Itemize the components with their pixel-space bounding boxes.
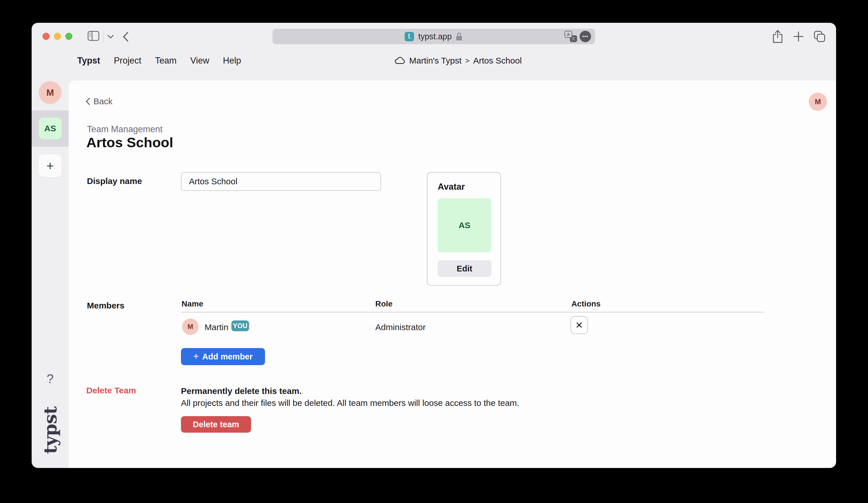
tab-overview-icon[interactable] <box>814 31 826 42</box>
app-menubar: Typst Project Team View Help Martin's Ty… <box>32 50 836 81</box>
new-tab-icon[interactable] <box>793 31 804 42</box>
menu-team[interactable]: Team <box>155 55 177 66</box>
browser-back-button[interactable] <box>123 32 128 42</box>
breadcrumb: Martin's Typst > Artos School <box>395 50 522 72</box>
delete-team-label: Delete Team <box>86 386 136 395</box>
column-header-name: Name <box>182 299 203 308</box>
member-role: Administrator <box>375 322 426 332</box>
cloud-icon <box>395 57 405 64</box>
column-header-actions: Actions <box>571 299 601 308</box>
close-window-button[interactable] <box>42 33 50 40</box>
typst-logo-wrap: typst <box>32 406 69 454</box>
avatar-card-title: Avatar <box>438 182 465 192</box>
chevron-down-icon[interactable] <box>107 35 114 39</box>
sidebar-add-team-button[interactable]: + <box>39 154 62 177</box>
help-icon[interactable]: ? <box>32 372 69 386</box>
lock-icon <box>455 32 463 41</box>
breadcrumb-separator: > <box>465 56 469 65</box>
delete-team-button[interactable]: Delete team <box>181 416 251 433</box>
table-divider <box>181 312 764 313</box>
add-member-label: Add member <box>202 352 253 361</box>
translate-icon-primary: A <box>565 31 572 38</box>
translate-icon[interactable]: 文 A <box>565 31 577 42</box>
share-icon[interactable] <box>772 30 783 43</box>
minimize-window-button[interactable] <box>54 33 61 40</box>
back-chevron-icon <box>86 98 90 105</box>
delete-warning-title: Permanently delete this team. <box>181 385 519 397</box>
traffic-lights <box>42 23 72 50</box>
menu-help[interactable]: Help <box>223 55 241 66</box>
page-title: Artos School <box>86 134 173 150</box>
display-name-input[interactable] <box>181 172 381 191</box>
app-body: M AS + ? typst Back M Team Management Ar… <box>32 81 836 468</box>
team-avatar-preview: AS <box>438 198 491 252</box>
site-favicon: t <box>405 32 414 41</box>
browser-window: t typst.app 文 A ••• <box>32 23 836 468</box>
menu-project[interactable]: Project <box>114 55 141 66</box>
remove-member-button[interactable]: ✕ <box>570 316 588 334</box>
member-name: Martin <box>205 322 228 332</box>
sidebar-toggle-icon[interactable] <box>87 31 100 41</box>
edit-avatar-button[interactable]: Edit <box>438 260 491 277</box>
sidebar-team-avatar[interactable]: AS <box>39 118 62 139</box>
members-label: Members <box>87 301 125 311</box>
column-header-role: Role <box>375 299 393 308</box>
address-bar[interactable]: t typst.app 文 A ••• <box>272 29 595 44</box>
breadcrumb-page: Artos School <box>473 56 522 65</box>
app-menus: Typst Project Team View Help <box>77 50 241 72</box>
menu-typst[interactable]: Typst <box>77 55 100 66</box>
menu-view[interactable]: View <box>190 55 209 66</box>
add-member-button[interactable]: + Add member <box>181 348 265 365</box>
plus-icon: + <box>193 351 199 362</box>
back-link[interactable]: Back <box>86 96 113 106</box>
back-link-label: Back <box>93 96 113 106</box>
main-content: Back M Team Management Artos School Disp… <box>69 81 836 468</box>
typst-logo: typst <box>40 407 61 454</box>
zoom-window-button[interactable] <box>65 33 72 40</box>
delete-team-warning: Permanently delete this team. All projec… <box>181 385 519 409</box>
titlebar-right-actions <box>772 23 826 50</box>
member-avatar: M <box>182 318 199 335</box>
sidebar-user-avatar[interactable]: M <box>39 81 62 104</box>
account-avatar[interactable]: M <box>809 93 827 111</box>
breadcrumb-team[interactable]: Martin's Typst <box>409 56 462 65</box>
close-icon: ✕ <box>575 320 583 331</box>
section-label: Team Management <box>87 124 163 134</box>
address-bar-trailing-icons: 文 A ••• <box>565 29 591 44</box>
toolbar-divider <box>103 31 104 42</box>
url-host-text: typst.app <box>418 32 452 41</box>
browser-titlebar: t typst.app 文 A ••• <box>32 23 836 50</box>
display-name-label: Display name <box>87 176 142 186</box>
more-options-icon[interactable]: ••• <box>580 31 591 42</box>
workspace-sidebar: M AS + ? typst <box>32 81 69 468</box>
delete-warning-body: All projects and their files will be del… <box>181 397 519 409</box>
avatar-card: Avatar AS Edit <box>427 172 501 286</box>
you-badge: YOU <box>231 321 249 331</box>
